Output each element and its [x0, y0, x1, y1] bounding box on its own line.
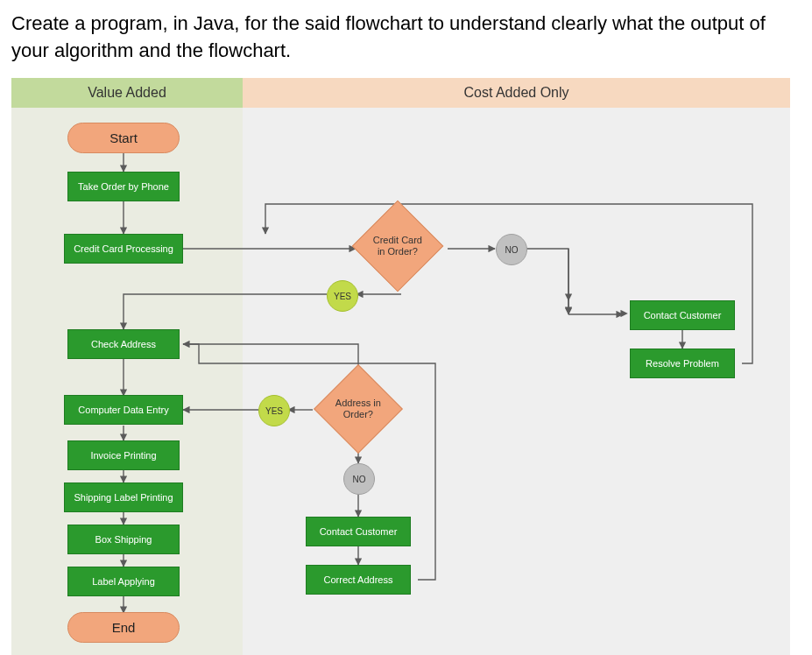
check-address-process: Check Address: [67, 329, 180, 359]
correct-address-process: Correct Address: [306, 565, 411, 595]
label-applying-process: Label Applying: [67, 567, 180, 596]
resolve-problem-process: Resolve Problem: [630, 349, 735, 378]
cc-yes-label: YES: [327, 280, 358, 312]
swimlane-header-cost-added: Cost Added Only: [243, 78, 790, 108]
box-shipping-process: Box Shipping: [67, 525, 180, 554]
invoice-printing-process: Invoice Printing: [67, 440, 180, 470]
address-yes-label: YES: [258, 395, 290, 426]
flowchart-diagram: Value Added Cost Added Only: [11, 78, 790, 655]
start-terminator: Start: [67, 123, 180, 153]
data-entry-process: Computer Data Entry: [64, 395, 183, 425]
question-text: Create a program, in Java, for the said …: [11, 11, 794, 65]
address-no-label: NO: [343, 463, 375, 495]
contact-customer-process: Contact Customer: [630, 300, 735, 330]
contact-customer2-process: Contact Customer: [306, 517, 411, 546]
cc-processing-process: Credit Card Processing: [64, 234, 183, 264]
end-terminator: End: [67, 612, 180, 643]
shipping-label-printing-process: Shipping Label Printing: [64, 482, 183, 512]
cc-no-label: NO: [496, 234, 527, 265]
take-order-process: Take Order by Phone: [67, 172, 180, 201]
swimlane-header-value-added: Value Added: [11, 78, 243, 108]
